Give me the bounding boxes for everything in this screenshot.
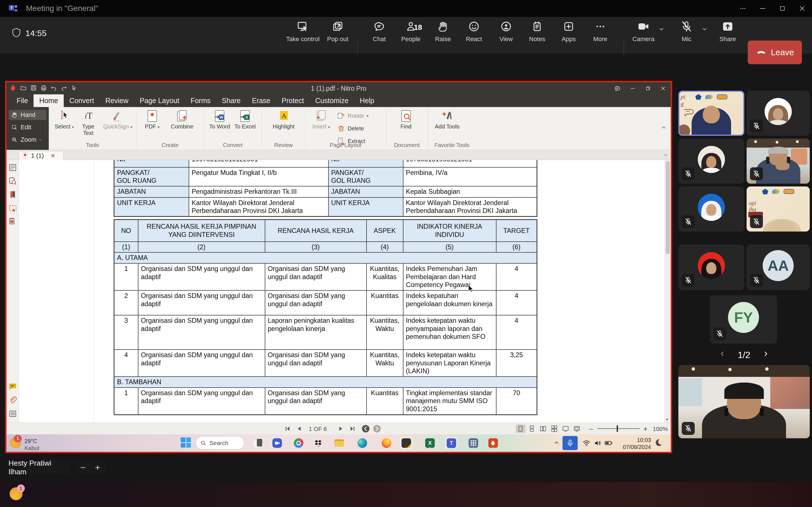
ribbon-pdf-button[interactable]: PDF ▾ (141, 109, 164, 130)
chevron-down-icon[interactable] (658, 25, 665, 34)
shared-taskbar-nitro-icon[interactable] (488, 438, 499, 449)
shared-taskbar-calculator-icon[interactable] (468, 438, 479, 449)
document-area[interactable]: NIP199703192016122001NIP1973081619951210… (6, 160, 671, 422)
nitro-close-button[interactable] (656, 82, 671, 95)
ribbon-find-button[interactable]: Find (393, 109, 419, 130)
viewmode-single-page-icon[interactable] (516, 425, 525, 433)
shared-taskbar-firefox-icon[interactable] (381, 438, 392, 449)
ribbon-to-excel-button[interactable]: XTo Excel (233, 109, 257, 130)
scroll-down-icon[interactable]: ▾ (666, 417, 668, 422)
shared-taskbar-dropbox-icon[interactable] (312, 438, 324, 449)
prev-page-icon[interactable] (295, 425, 304, 433)
shared-taskbar-task-view-icon[interactable] (252, 438, 264, 449)
redo-icon[interactable] (61, 84, 67, 93)
view-forward-icon[interactable] (372, 424, 382, 434)
titlebar-more-icon[interactable] (733, 0, 753, 17)
shared-weather-widget[interactable]: 1 29°CKabut (10, 436, 39, 452)
ribbon-delete-button[interactable]: Delete (337, 124, 364, 133)
shared-volume-icon[interactable] (594, 439, 602, 448)
participant-tile[interactable] (678, 244, 744, 290)
first-page-icon[interactable] (283, 425, 292, 433)
last-page-icon[interactable] (348, 425, 357, 433)
shared-wifi-icon[interactable] (582, 439, 591, 448)
menu-tab-customize[interactable]: Customize (310, 94, 354, 107)
shared-taskbar-meet-icon[interactable] (271, 438, 283, 449)
zoom-slider-handle[interactable] (617, 425, 618, 432)
select-tool-icon[interactable] (71, 84, 78, 93)
zoom-out-button[interactable]: − (80, 462, 86, 473)
close-button[interactable] (792, 0, 812, 17)
shared-taskbar-file-explorer-icon[interactable] (334, 438, 345, 449)
shared-taskbar-edge-icon[interactable] (357, 438, 368, 449)
tab-close-icon[interactable]: ✕ (50, 152, 55, 159)
people-button[interactable]: People18 (393, 20, 429, 50)
menu-tab-review[interactable]: Review (100, 94, 134, 107)
nitro-titlebar[interactable]: 1 (1).pdf - Nitro Pro (6, 82, 671, 95)
shared-taskbar-chrome-icon[interactable] (293, 438, 304, 449)
participant-tile[interactable] (747, 91, 810, 136)
nitro-minimize-button[interactable] (625, 82, 640, 95)
maximize-button[interactable] (772, 0, 792, 17)
shared-start-button[interactable] (181, 438, 192, 449)
ribbon-to-word-button[interactable]: WTo Word (208, 109, 232, 130)
participant-tile[interactable] (678, 138, 744, 184)
participant-tile[interactable] (678, 365, 810, 438)
menu-tab-erase[interactable]: Erase (246, 94, 276, 107)
document-tab[interactable]: 1 (1) ✕ (19, 151, 63, 160)
viewmode-fit-page-icon[interactable] (572, 425, 581, 433)
menu-tab-help[interactable]: Help (354, 94, 380, 107)
ribbon-collapse-icon[interactable] (660, 124, 667, 132)
scrollbar-thumb[interactable] (666, 161, 670, 254)
shared-tray-expand-icon[interactable] (553, 439, 560, 448)
menu-tab-convert[interactable]: Convert (64, 94, 100, 107)
shared-battery-icon[interactable] (604, 439, 613, 448)
mic-button[interactable]: Mic (668, 20, 705, 50)
open-icon[interactable] (20, 84, 27, 93)
side-tool-hand[interactable]: Hand (9, 110, 47, 120)
bookmarks-icon[interactable] (8, 190, 17, 199)
nitro-comment-icon[interactable] (610, 82, 625, 95)
participant-tile[interactable]: AA (747, 244, 810, 290)
shared-nightlight-icon[interactable] (654, 438, 663, 448)
participant-tile[interactable]: opiihg (747, 186, 810, 231)
shared-clock[interactable]: 10:0307/08/2024 (623, 437, 651, 451)
ribbon-quicksign-button[interactable]: QuickSign ▾ (101, 109, 135, 130)
ribbon-combine-button[interactable]: Combine (165, 109, 199, 130)
shared-taskbar-notes-icon[interactable] (401, 438, 412, 449)
menu-tab-share[interactable]: Share (216, 94, 246, 107)
view-back-icon[interactable] (361, 424, 370, 434)
ribbon-add-tools-button[interactable]: Add Tools (432, 109, 463, 130)
participant-tile[interactable] (678, 186, 744, 231)
output-list-icon[interactable] (8, 409, 17, 418)
viewmode-facing-icon[interactable] (538, 425, 548, 433)
menu-tab-page-layout[interactable]: Page Layout (134, 94, 185, 107)
sign-request-icon[interactable] (8, 204, 17, 212)
shared-taskbar-teams-icon[interactable]: T (446, 438, 457, 449)
ribbon-insert-button[interactable]: Insert ▾ (309, 109, 333, 130)
camera-button[interactable]: Camera (625, 20, 662, 50)
menu-tab-file[interactable]: File (11, 94, 34, 107)
zoom-slider-track[interactable] (598, 428, 640, 429)
notes-button[interactable]: Notes (519, 20, 555, 50)
menu-tab-protect[interactable]: Protect (276, 94, 310, 107)
print-icon[interactable] (40, 84, 47, 93)
desktop-weather-widget[interactable]: 1 (10, 487, 24, 502)
menu-tab-home[interactable]: Home (34, 94, 64, 107)
attachments-icon[interactable] (8, 396, 17, 404)
viewmode-fit-width-icon[interactable] (561, 425, 570, 433)
share-button[interactable]: Share (709, 20, 746, 50)
ribbon-rotate-button[interactable]: Rotate▾ (337, 112, 368, 120)
take-control-button[interactable]: Take control (285, 20, 321, 50)
participant-tile[interactable]: FY (710, 295, 777, 344)
chevron-down-icon[interactable] (701, 25, 708, 34)
vertical-scrollbar[interactable]: ▾ (665, 160, 671, 422)
side-tool-zoom[interactable]: Zoom▾ (9, 135, 47, 145)
ribbon-highlight-button[interactable]: AHighlight (265, 109, 302, 130)
viewmode-continuous-icon[interactable] (527, 425, 537, 433)
ribbon-type-text-button[interactable]: iTType Text (77, 109, 100, 136)
thumbnails-icon[interactable] (8, 163, 17, 172)
leave-button[interactable]: Leave (748, 41, 802, 64)
search-pages-icon[interactable] (8, 177, 17, 185)
participant-tile[interactable] (747, 138, 810, 184)
save-icon[interactable] (30, 84, 37, 93)
